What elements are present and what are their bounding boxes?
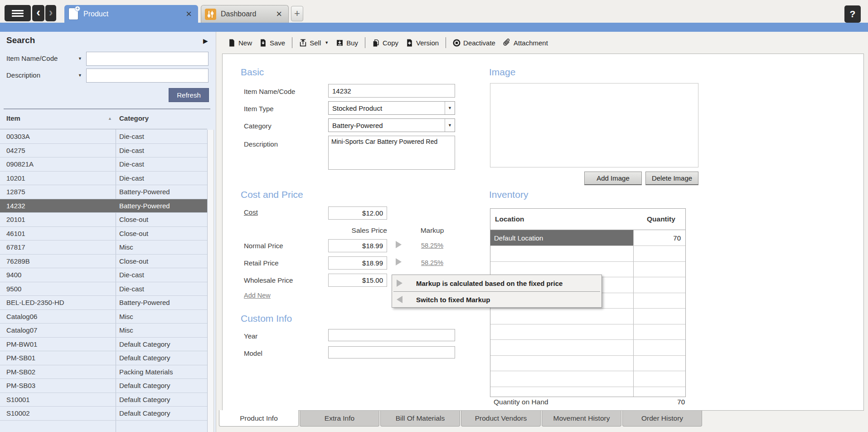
item-list-row[interactable]: Catalog06Misc	[0, 310, 207, 324]
markup-menu-item-switch[interactable]: Switch to fixed Markup	[392, 291, 601, 308]
tab-dashboard-label: Dashboard	[221, 10, 256, 18]
column-header-item[interactable]: Item	[6, 114, 20, 122]
item-type-value: Stocked Product	[332, 104, 445, 112]
item-type-select[interactable]: Stocked Product ▼	[328, 101, 455, 115]
item-list-row[interactable]: S10001Default Category	[0, 393, 207, 407]
column-header-category[interactable]: Category	[119, 114, 149, 122]
category-cell: Misc	[116, 243, 207, 251]
item-list-row[interactable]: 20101Close-out	[0, 213, 207, 227]
main-menu-button[interactable]	[5, 5, 31, 21]
filter-item-name-caret-icon[interactable]: ▼	[78, 56, 82, 61]
location-cell	[490, 371, 633, 387]
item-list-row[interactable]: 14232Battery-Powered	[0, 199, 207, 213]
inventory-empty-row[interactable]	[490, 387, 685, 398]
dropdown-caret-icon[interactable]: ▼	[445, 102, 455, 114]
markup-popup-menu: Markup is calculated based on the fixed …	[392, 275, 602, 308]
tab-dashboard[interactable]: Dashboard ×	[201, 5, 289, 23]
quantity-column-header[interactable]: Quantity	[647, 215, 675, 223]
year-input[interactable]	[328, 329, 455, 341]
save-button[interactable]: Save	[259, 39, 285, 47]
tab-product[interactable]: + Product ×	[64, 5, 198, 23]
cost-input[interactable]	[328, 206, 387, 220]
item-list-row[interactable]: PM-BW01Default Category	[0, 338, 207, 352]
item-list-row[interactable]: 76289BClose-out	[0, 255, 207, 269]
forward-button[interactable]: ›	[45, 5, 56, 21]
cost-link-label[interactable]: Cost	[244, 208, 258, 216]
add-image-button[interactable]: Add Image	[584, 172, 642, 185]
item-list-row[interactable]: 04275Die-cast	[0, 144, 207, 158]
item-name-input[interactable]	[328, 84, 455, 98]
item-list-row[interactable]: 9500Die-cast	[0, 282, 207, 296]
back-button[interactable]: ‹	[32, 5, 44, 21]
new-button[interactable]: New	[228, 39, 252, 47]
item-list-row[interactable]: 12875Battery-Powered	[0, 185, 207, 199]
sidebar-scrollbar[interactable]	[207, 130, 214, 432]
description-textarea[interactable]: Mini-Sports Car Battery Powered Red	[328, 136, 455, 170]
tab-bill-of-materials[interactable]: Bill Of Materials	[380, 411, 460, 427]
category-label: Category	[244, 122, 272, 130]
inventory-row[interactable]: Default Location 70	[490, 230, 685, 246]
inventory-empty-row[interactable]	[490, 246, 685, 262]
close-tab-icon[interactable]: ×	[276, 9, 282, 19]
delete-image-button[interactable]: Delete Image	[645, 172, 698, 185]
normal-price-input[interactable]	[328, 239, 387, 252]
collapse-sidebar-icon[interactable]: ▶	[203, 37, 208, 44]
sell-button[interactable]: Sell ▼	[299, 39, 329, 47]
retail-price-label: Retail Price	[244, 259, 279, 267]
filter-description-caret-icon[interactable]: ▼	[78, 73, 82, 78]
refresh-button[interactable]: Refresh	[169, 88, 209, 102]
retail-markup-link[interactable]: 58.25%	[406, 259, 458, 266]
new-tab-button[interactable]: +	[291, 6, 303, 21]
retail-price-input[interactable]	[328, 256, 387, 270]
tab-movement-history[interactable]: Movement History	[542, 411, 621, 427]
close-tab-icon[interactable]: ×	[186, 9, 192, 19]
item-list-row[interactable]: PM-SB02Packing Materials	[0, 365, 207, 379]
sell-dropdown-caret-icon[interactable]: ▼	[325, 40, 329, 45]
item-cell: Catalog07	[0, 326, 116, 334]
help-button[interactable]: ?	[844, 5, 861, 23]
tab-product-info[interactable]: Product Info	[219, 410, 299, 427]
copy-button[interactable]: Copy	[372, 39, 398, 47]
deactivate-button[interactable]: Deactivate	[453, 39, 495, 47]
item-list-row[interactable]: PM-SB03Default Category	[0, 379, 207, 393]
attachment-button[interactable]: Attachment	[503, 39, 548, 47]
wholesale-price-input[interactable]	[328, 274, 387, 287]
item-list-row[interactable]: 090821ADie-cast	[0, 157, 207, 172]
item-list-row[interactable]: 10201Die-cast	[0, 172, 207, 186]
dropdown-caret-icon[interactable]: ▼	[445, 119, 455, 132]
tab-order-history[interactable]: Order History	[622, 411, 702, 427]
item-list-row[interactable]: 9400Die-cast	[0, 268, 207, 282]
inventory-empty-row[interactable]	[490, 340, 685, 356]
quantity-cell	[633, 309, 685, 324]
inventory-empty-row[interactable]	[490, 371, 685, 387]
category-select[interactable]: Battery-Powered ▼	[328, 118, 455, 132]
tab-extra-info[interactable]: Extra Info	[300, 411, 379, 427]
item-list-row[interactable]: 46101Close-out	[0, 227, 207, 241]
normal-markup-link[interactable]: 58.25%	[406, 242, 458, 249]
item-list-row[interactable]: PM-SB01Default Category	[0, 351, 207, 365]
location-column-header[interactable]: Location	[495, 215, 524, 223]
inventory-empty-row[interactable]	[490, 324, 685, 340]
markup-direction-icon[interactable]	[396, 241, 402, 248]
buy-button[interactable]: Buy	[336, 39, 358, 47]
filter-item-name-input[interactable]	[86, 52, 209, 66]
version-button[interactable]: Version	[406, 39, 439, 47]
location-cell	[490, 387, 633, 398]
markup-menu-item-fixed-price[interactable]: Markup is calculated based on the fixed …	[392, 275, 601, 291]
item-list-row[interactable]: 67817Misc	[0, 241, 207, 255]
item-list-row[interactable]: Catalog07Misc	[0, 324, 207, 338]
item-list-row[interactable]: S10002Default Category	[0, 407, 207, 421]
filter-description-label: Description	[6, 71, 40, 79]
inventory-empty-row[interactable]	[490, 309, 685, 324]
item-list-row[interactable]: 00303ADie-cast	[0, 130, 207, 144]
cost-price-section-heading: Cost and Price	[241, 189, 303, 200]
item-list-row[interactable]: BEL-LED-2350-HDBattery-Powered	[0, 296, 207, 310]
item-cell: 10201	[0, 174, 116, 182]
markup-direction-icon[interactable]	[396, 258, 402, 265]
filter-description-input[interactable]	[86, 69, 209, 83]
add-new-price-link[interactable]: Add New	[244, 292, 271, 299]
tab-product-vendors[interactable]: Product Vendors	[461, 411, 541, 427]
item-cell: 67817	[0, 243, 116, 251]
inventory-empty-row[interactable]	[490, 356, 685, 372]
model-input[interactable]	[328, 346, 455, 358]
